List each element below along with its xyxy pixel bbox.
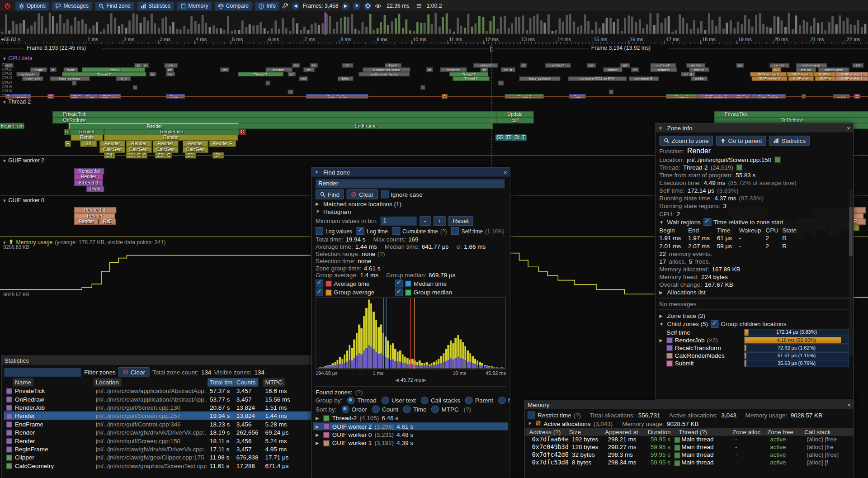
frame-time-bar[interactable] bbox=[373, 30, 375, 34]
frame-time-bar[interactable] bbox=[252, 25, 255, 34]
frame-time-bar[interactable] bbox=[296, 24, 298, 34]
frame-time-bar[interactable] bbox=[205, 23, 208, 34]
frame-time-bar[interactable] bbox=[850, 24, 852, 33]
frame-time-bar[interactable] bbox=[817, 23, 819, 34]
frame-time-bar[interactable] bbox=[547, 14, 550, 34]
frame-time-bar[interactable] bbox=[285, 28, 288, 34]
memory-header-0[interactable]: Address (?) bbox=[529, 429, 561, 435]
memory-header-1[interactable]: Size bbox=[569, 429, 581, 435]
frame-time-bar[interactable] bbox=[107, 24, 109, 33]
frame-time-bar[interactable] bbox=[489, 21, 491, 34]
expand-icon[interactable]: ▶ bbox=[316, 440, 321, 445]
wait-table-header-cell[interactable]: Begin bbox=[659, 227, 688, 234]
sort-by-option-2[interactable]: Time bbox=[403, 405, 426, 413]
statistics-row[interactable]: RenderJobjni/../jni/src/guif/Screen.cpp:… bbox=[4, 403, 362, 411]
legend-checkbox[interactable] bbox=[316, 279, 323, 287]
sort-by-option-1[interactable]: Count bbox=[372, 405, 398, 413]
group-by-option-1-dot[interactable] bbox=[382, 397, 389, 404]
frame-time-bar[interactable] bbox=[5, 14, 7, 33]
cpu-zone[interactable]: ka bbox=[166, 67, 174, 72]
frame-time-bar[interactable] bbox=[617, 19, 619, 34]
frame-time-bar[interactable] bbox=[511, 23, 513, 33]
frame-time-bar[interactable] bbox=[147, 20, 149, 34]
find-button[interactable]: Find bbox=[316, 189, 344, 199]
collapse-icon[interactable]: ▼ bbox=[659, 322, 664, 327]
cpu-zone[interactable]: sen-sis bbox=[769, 63, 789, 68]
frame-time-bar[interactable] bbox=[292, 18, 295, 33]
zone-trace-header[interactable]: ▶Zone trace (2) bbox=[659, 312, 849, 319]
cpu-zone[interactable]: sen-sis bbox=[796, 67, 816, 72]
cpu-zone[interactable]: kvgpr bbox=[30, 67, 47, 72]
frame-time-bar[interactable] bbox=[722, 28, 725, 33]
restrict-time-checkbox[interactable]: Restrict time(?) bbox=[528, 412, 581, 419]
frame-time-bar[interactable] bbox=[453, 32, 455, 34]
cpu-zone[interactable]: Thread-2 bbox=[62, 72, 146, 76]
frame-time-bar[interactable] bbox=[657, 13, 659, 33]
option-checkbox-0-box[interactable] bbox=[316, 227, 323, 235]
ignore-case-checkbox-box[interactable] bbox=[381, 190, 388, 198]
frame-time-bar[interactable] bbox=[329, 16, 331, 34]
frame-time-bar[interactable] bbox=[737, 22, 739, 34]
frame-time-bar[interactable] bbox=[719, 17, 721, 34]
cpu-zone[interactable]: GUIF-work bbox=[788, 76, 814, 81]
frame-time-bar[interactable] bbox=[132, 13, 134, 34]
cpu-zone[interactable]: Thread-2 bbox=[82, 67, 145, 72]
wait-table-header-cell[interactable]: State bbox=[782, 227, 802, 234]
frame-time-bar[interactable] bbox=[569, 14, 571, 33]
frame-time-bar[interactable] bbox=[558, 18, 561, 33]
frame-time-bar[interactable] bbox=[638, 19, 641, 33]
memory-table-row[interactable]: 0x7dfc53d8988 bytes298.34 ms59.95 sMain … bbox=[528, 459, 851, 467]
frame-time-bar[interactable] bbox=[857, 20, 859, 34]
cpu-zone[interactable]: surfacefl bbox=[651, 63, 676, 68]
cpu-zone[interactable]: ja bbox=[135, 63, 142, 68]
frame-time-bar[interactable] bbox=[555, 30, 557, 33]
find-zone-histogram[interactable] bbox=[316, 298, 506, 369]
stats-header-name[interactable]: Name bbox=[13, 378, 34, 386]
timeline-zone[interactable]: EndFrame bbox=[239, 123, 493, 129]
frame-time-bar[interactable] bbox=[413, 31, 415, 33]
frame-time-bar[interactable] bbox=[110, 13, 113, 34]
timeline-zone[interactable]: S5 bbox=[495, 135, 505, 141]
frame-time-bar[interactable] bbox=[493, 16, 495, 34]
cpu-zone[interactable]: sysloadm bbox=[17, 72, 40, 76]
group-by-option-3[interactable]: Parent bbox=[465, 397, 493, 404]
frame-time-bar[interactable] bbox=[114, 18, 116, 34]
frame-menu-button[interactable]: ▼ bbox=[353, 2, 361, 9]
frame-time-bar[interactable] bbox=[161, 19, 164, 34]
frame-time-bar[interactable] bbox=[314, 23, 316, 34]
timeline-zone[interactable]: Render bbox=[74, 174, 103, 180]
frame-time-bar[interactable] bbox=[712, 20, 714, 34]
toolbar-button-info[interactable]: Info bbox=[255, 1, 279, 10]
frame-time-bar[interactable] bbox=[810, 26, 812, 34]
group-children-checkbox-box[interactable] bbox=[711, 320, 718, 328]
expand-icon[interactable]: ▶ bbox=[659, 337, 664, 342]
timeline-zone[interactable]: Render bbox=[183, 141, 208, 147]
histogram-section-header[interactable]: ▼Histogram bbox=[316, 208, 506, 215]
frame-time-bar[interactable] bbox=[52, 16, 54, 34]
cpu-zone[interactable]: composer@ bbox=[629, 76, 659, 81]
memory-cell-7[interactable]: [alloc] [free bbox=[807, 436, 837, 443]
frame-time-bar[interactable] bbox=[202, 15, 204, 33]
cpu-zone[interactable]: cb bbox=[288, 72, 296, 76]
frame-time-bar[interactable] bbox=[158, 28, 160, 34]
legend-item[interactable]: Median time bbox=[395, 279, 467, 287]
cpu-zone[interactable] bbox=[133, 85, 137, 90]
expand-icon[interactable]: ▶ bbox=[316, 201, 321, 206]
reset-button[interactable]: Reset bbox=[448, 216, 473, 226]
timeline-zone[interactable]: Render bbox=[99, 141, 125, 147]
restrict-time-checkbox-box[interactable] bbox=[528, 412, 535, 419]
statistics-row[interactable]: Renderjni/../jni/src/claw/gfx/drv/vk/Dri… bbox=[4, 428, 362, 436]
frame-time-bar[interactable] bbox=[631, 17, 633, 34]
frame-time-bar[interactable] bbox=[78, 21, 80, 34]
group-by-option-4-dot[interactable] bbox=[498, 397, 506, 404]
timeline-zone[interactable]: F bbox=[65, 141, 71, 147]
frame-time-bar[interactable] bbox=[409, 31, 411, 34]
frame-time-bar[interactable] bbox=[318, 25, 320, 34]
frame-time-bar[interactable] bbox=[529, 18, 532, 34]
frame-time-bar[interactable] bbox=[395, 18, 397, 34]
frame-time-bar[interactable] bbox=[544, 23, 546, 34]
frame-time-bar[interactable] bbox=[824, 30, 826, 34]
frame-time-bar[interactable] bbox=[504, 16, 506, 33]
frame-time-bar[interactable] bbox=[103, 28, 105, 34]
memory-header-5[interactable]: Zone alloc bbox=[732, 429, 760, 435]
